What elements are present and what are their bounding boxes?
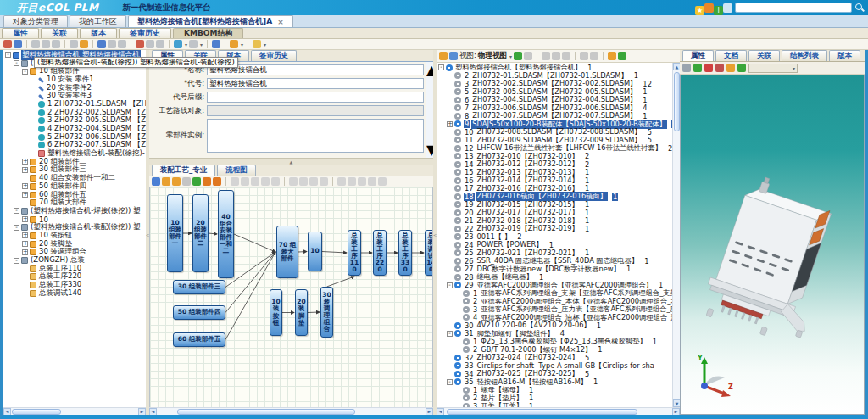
field-input[interactable] [207, 92, 424, 103]
expand-toggle[interactable]: + [447, 121, 453, 127]
flow-node[interactable]: 30装调理组合 [320, 287, 333, 338]
route-back-icon[interactable] [213, 177, 221, 186]
field-input[interactable] [207, 78, 424, 89]
flow-node[interactable]: 50 组装部件四 [173, 305, 225, 320]
move-node-icon[interactable] [156, 40, 164, 48]
flow-tab-流程图[interactable]: 流程图 [217, 165, 256, 176]
part-instance-textarea[interactable] [207, 119, 424, 153]
flow-node[interactable]: 总装工序330 [398, 230, 412, 276]
sort-icon[interactable] [590, 52, 598, 60]
collapse-toggle[interactable]: - [14, 60, 19, 66]
bom-item[interactable]: 1螺母【螺母】1 [438, 386, 672, 394]
compare-icon[interactable] [524, 52, 532, 60]
main-tab-我的工作区[interactable]: 我的工作区 [70, 15, 126, 27]
collapse-toggle[interactable]: - [14, 258, 19, 264]
tree-item[interactable]: 总装调试140 [5, 289, 146, 298]
same-height-icon[interactable] [320, 177, 328, 186]
splitter-middle[interactable] [433, 50, 437, 415]
search-icon[interactable] [854, 3, 865, 13]
bom-item[interactable]: 230011【-】2 [438, 233, 672, 242]
expand-toggle[interactable]: + [22, 232, 28, 238]
flow-node[interactable]: 60 组装部件五 [173, 332, 225, 347]
sub-tab-关联[interactable]: 关联 [41, 28, 78, 38]
main-tab-塑料热熔接镭合机[塑料热熔接镭合机]A[interactable]: 塑料热熔接镭合机[塑料热熔接镭合机]A× [128, 15, 293, 27]
level-icon[interactable] [562, 52, 570, 60]
copy-icon[interactable] [70, 40, 78, 48]
right-tab-关联[interactable]: 关联 [748, 50, 780, 61]
expand-toggle[interactable]: + [22, 192, 28, 198]
view-switch-icon-caret[interactable]: ▾ [185, 42, 187, 47]
bom-item[interactable]: 2垫片【垫片】1 [438, 394, 672, 403]
remove-node-icon[interactable] [136, 40, 144, 48]
insert-node-icon[interactable] [108, 40, 116, 48]
favorite-star-icon[interactable]: ★ [695, 6, 704, 15]
3d-viewport[interactable]: Y Z [680, 75, 865, 415]
right-tab-文档[interactable]: 文档 [715, 50, 747, 61]
flow-node[interactable]: 总装工序220 [373, 230, 387, 276]
delete-icon[interactable] [182, 177, 191, 186]
zoom-out-icon[interactable] [172, 177, 181, 186]
flow-canvas[interactable]: 10组装部件一20组装部件二40组合安装部件一和二70 组装大部件10总装工序1… [149, 187, 433, 407]
flow-tab-装配工艺_专业[interactable]: 装配工艺_专业 [152, 165, 215, 176]
distribute-h-icon[interactable] [289, 177, 298, 186]
report-icon-caret[interactable]: ▾ [264, 42, 266, 47]
zoom-extents-icon[interactable] [737, 64, 746, 72]
field-input[interactable] [207, 64, 424, 75]
view-switch-icon[interactable] [174, 40, 182, 48]
flow-node[interactable]: 40组合安装部件一和二 [218, 190, 234, 278]
collapse-toggle[interactable]: - [447, 379, 453, 385]
edit-icon[interactable] [3, 40, 12, 48]
user-tools-icon[interactable] [230, 40, 238, 48]
fit-icon[interactable] [337, 177, 346, 186]
collapse-toggle[interactable]: - [438, 64, 444, 70]
expand-toggle[interactable]: + [22, 249, 28, 255]
view-mode-dropdown[interactable]: ▾ [748, 64, 798, 73]
bom-item[interactable]: -35轻按钮AB16-M【轻按钮AB16-M】1 [438, 378, 672, 387]
left-panel-hscrollbar[interactable]: ◄ ► [3, 407, 146, 415]
paste-icon[interactable] [80, 40, 88, 48]
flow-node[interactable]: 10 [308, 232, 322, 271]
bom-vscrollbar[interactable]: ▲ ▼ [672, 63, 680, 407]
layout-v-icon[interactable] [368, 177, 376, 186]
expand-toggle[interactable]: + [22, 183, 28, 189]
zoom-in-icon[interactable] [162, 177, 170, 186]
expand-toggle[interactable]: + [22, 241, 28, 247]
expand-toggle[interactable]: + [22, 167, 28, 173]
flow-node[interactable]: 70 组装大部件 [276, 226, 298, 278]
layout-h-icon[interactable] [358, 177, 366, 186]
tree-item[interactable]: +10 装按钮 [5, 232, 146, 240]
collapse-toggle[interactable]: - [447, 282, 453, 288]
collapse-toggle[interactable]: - [14, 225, 19, 231]
grid-icon[interactable] [348, 177, 356, 186]
distribute-v-icon[interactable] [299, 177, 308, 186]
form-tab-签审历史[interactable]: 签审历史 [251, 50, 297, 61]
flow-node[interactable]: 20装脚垫 [295, 289, 308, 336]
collapse-all-icon[interactable] [552, 52, 560, 60]
collapse-toggle[interactable]: - [22, 69, 28, 75]
sub-tab-版本[interactable]: 版本 [80, 28, 117, 38]
full-extent-icon[interactable] [378, 177, 387, 186]
align-middle-icon[interactable] [271, 177, 280, 186]
rotate-3d-icon[interactable] [693, 64, 702, 72]
search-icon[interactable] [212, 40, 220, 48]
comment-icon[interactable] [514, 52, 522, 60]
field-input[interactable] [207, 105, 424, 116]
right-tab-结构列表[interactable]: 结构列表 [782, 50, 827, 61]
connect-arrow-icon[interactable] [192, 177, 201, 186]
cut-node-icon[interactable] [146, 40, 154, 48]
link-remove-icon[interactable] [52, 40, 60, 48]
report-icon[interactable] [253, 40, 261, 48]
bom-item[interactable]: 304V210 220-06【4V210 220-06】1 [438, 321, 672, 330]
tree-item[interactable]: -(塑料热熔接镭合机-焊接(徐挖)) 塑 [5, 207, 146, 215]
flow-hscrollbar[interactable]: ◄ ► [149, 407, 433, 415]
collapse-toggle[interactable]: - [14, 208, 19, 214]
logout-icon[interactable] [723, 3, 732, 13]
flow-node[interactable]: 20组装部件二 [192, 194, 209, 272]
new-view-icon[interactable] [449, 52, 458, 60]
same-width-icon[interactable] [309, 177, 318, 186]
sub-tab-KMBOM结构[interactable]: KMBOM结构 [173, 28, 243, 38]
zoom-window-icon[interactable] [715, 64, 724, 72]
pan-icon[interactable] [704, 64, 713, 72]
expand-all-icon[interactable] [542, 52, 550, 60]
bom-item[interactable]: 27DBC数字计数器new【DBC数字计数器new】1 [438, 265, 672, 274]
